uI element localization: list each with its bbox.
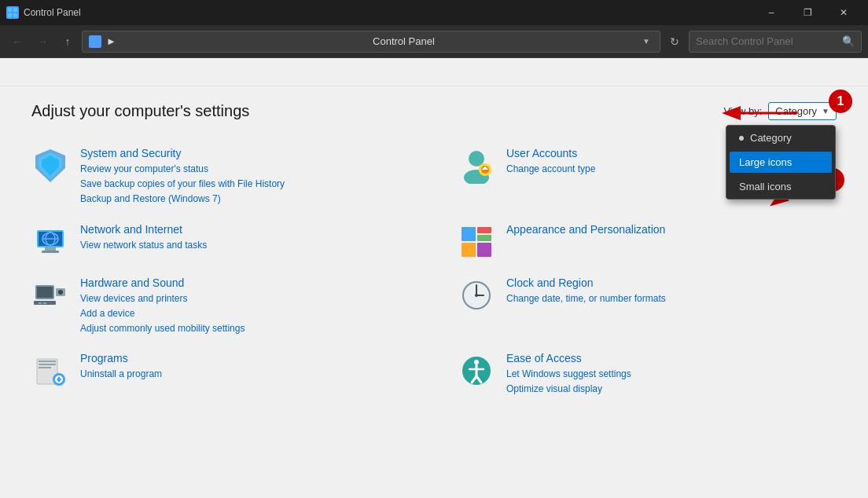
hardware-content: Hardware and Sound View devices and prin…	[80, 276, 410, 337]
svg-rect-14	[42, 251, 59, 253]
user-accounts-icon	[458, 147, 495, 185]
toolbar-strip	[0, 58, 868, 86]
clock-icon	[458, 276, 495, 314]
content-area: Adjust your computer's settings View by:…	[0, 58, 868, 498]
svg-rect-13	[45, 247, 56, 251]
search-icon: 🔍	[842, 35, 855, 47]
programs-title[interactable]: Programs	[80, 352, 410, 364]
up-button[interactable]: ↑	[57, 31, 79, 53]
ease-icon	[458, 352, 495, 390]
dropdown-arrow-icon: ▼	[822, 107, 829, 115]
network-link-1[interactable]: View network status and tasks	[80, 238, 410, 253]
appearance-icon	[458, 223, 495, 261]
clock-link-1[interactable]: Change date, time, or number formats	[506, 291, 837, 306]
network-title[interactable]: Network and Internet	[80, 223, 410, 236]
dropdown-small-icons-label: Small icons	[739, 181, 791, 192]
programs-icon	[31, 352, 69, 390]
system-security-icon	[31, 147, 69, 185]
svg-rect-20	[477, 235, 491, 241]
minimize-button[interactable]: –	[753, 0, 789, 25]
category-ease: Ease of Access Let Windows suggest setti…	[458, 344, 837, 405]
svg-point-42	[474, 360, 479, 364]
category-appearance: Appearance and Personalization	[458, 215, 837, 269]
svg-rect-18	[462, 227, 476, 241]
svg-rect-22	[477, 243, 491, 257]
hardware-link-3[interactable]: Adjust commonly used mobility settings	[80, 321, 410, 336]
dropdown-item-large-icons[interactable]: Large icons	[730, 152, 832, 173]
svg-point-26	[58, 290, 63, 295]
main-panel: Adjust your computer's settings View by:…	[0, 86, 868, 421]
svg-rect-21	[462, 243, 476, 257]
clock-title[interactable]: Clock and Region	[506, 276, 837, 289]
system-security-link-3[interactable]: Backup and Restore (Windows 7)	[80, 192, 410, 207]
svg-rect-0	[8, 8, 12, 12]
category-system-security: System and Security Review your computer…	[31, 139, 410, 215]
ease-link-2[interactable]: Optimize visual display	[506, 382, 837, 397]
dropdown-item-category[interactable]: Category	[726, 126, 835, 150]
category-programs: Programs Uninstall a program	[31, 344, 410, 405]
window-title: Control Panel	[24, 7, 748, 18]
ease-content: Ease of Access Let Windows suggest setti…	[506, 352, 837, 397]
categories-grid: System and Security Review your computer…	[31, 139, 837, 405]
ease-link-1[interactable]: Let Windows suggest settings	[506, 367, 837, 382]
network-icon	[31, 223, 69, 261]
refresh-button[interactable]: ↻	[664, 31, 686, 53]
back-button[interactable]: ←	[6, 31, 28, 53]
window-controls: – ❐ ✕	[753, 0, 862, 25]
dot-icon	[739, 136, 744, 141]
category-clock: Clock and Region Change date, time, or n…	[458, 269, 837, 345]
svg-rect-29	[43, 302, 46, 304]
clock-content: Clock and Region Change date, time, or n…	[506, 276, 837, 306]
svg-rect-1	[13, 8, 17, 12]
appearance-content: Appearance and Personalization	[506, 223, 837, 238]
svg-point-7	[469, 151, 484, 167]
address-folder-icon	[89, 35, 101, 48]
system-security-link-2[interactable]: Save backup copies of your files with Fi…	[80, 177, 410, 192]
system-security-content: System and Security Review your computer…	[80, 147, 410, 207]
dropdown-item-small-icons[interactable]: Small icons	[726, 174, 835, 199]
forward-button[interactable]: →	[31, 31, 53, 53]
address-separator: ►	[106, 35, 368, 47]
category-network: Network and Internet View network status…	[31, 215, 410, 269]
programs-link-1[interactable]: Uninstall a program	[80, 367, 410, 382]
svg-rect-24	[37, 287, 53, 298]
svg-rect-2	[8, 13, 12, 17]
search-input[interactable]	[696, 35, 842, 47]
dropdown-category-label: Category	[750, 132, 792, 144]
ease-title[interactable]: Ease of Access	[506, 352, 837, 364]
svg-rect-37	[39, 364, 56, 365]
address-dropdown-arrow[interactable]: ▼	[639, 37, 653, 46]
system-security-title[interactable]: System and Security	[80, 147, 410, 159]
svg-rect-28	[39, 302, 42, 304]
close-button[interactable]: ✕	[826, 0, 862, 25]
page-title: Adjust your computer's settings	[31, 102, 837, 120]
hardware-link-2[interactable]: Add a device	[80, 306, 410, 321]
appearance-title[interactable]: Appearance and Personalization	[506, 223, 837, 236]
address-bar: ← → ↑ ► Control Panel ▼ ↻ 🔍	[0, 25, 868, 58]
annotation-circle-1: 1	[829, 90, 852, 113]
category-hardware: Hardware and Sound View devices and prin…	[31, 269, 410, 345]
system-security-link-1[interactable]: Review your computer's status	[80, 162, 410, 177]
title-bar: Control Panel – ❐ ✕	[0, 0, 868, 25]
svg-rect-3	[13, 13, 17, 17]
network-content: Network and Internet View network status…	[80, 223, 410, 253]
dropdown-large-icons-label: Large icons	[739, 156, 792, 168]
view-by-dropdown-menu: Category Large icons Small icons	[726, 125, 836, 200]
hardware-link-1[interactable]: View devices and printers	[80, 291, 410, 306]
svg-rect-38	[39, 367, 51, 368]
hardware-icon	[31, 276, 69, 314]
programs-content: Programs Uninstall a program	[80, 352, 410, 382]
app-icon	[6, 6, 19, 19]
search-box[interactable]: 🔍	[689, 31, 862, 53]
svg-rect-19	[477, 227, 491, 233]
address-path: Control Panel	[373, 35, 634, 47]
hardware-title[interactable]: Hardware and Sound	[80, 276, 410, 289]
svg-rect-36	[39, 361, 56, 362]
restore-button[interactable]: ❐	[789, 0, 826, 25]
address-field[interactable]: ► Control Panel ▼	[82, 31, 660, 53]
